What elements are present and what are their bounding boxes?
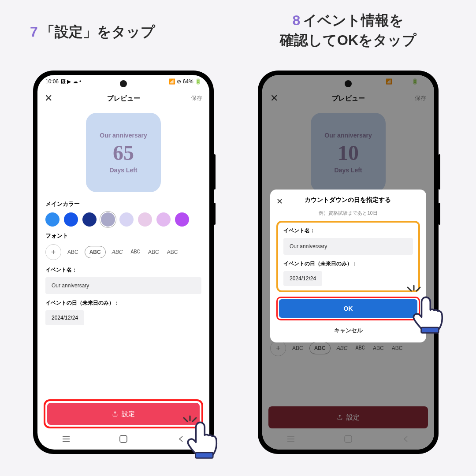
color-swatch[interactable] — [156, 212, 171, 227]
main-color-label: メインカラー — [45, 200, 201, 208]
font-option-selected[interactable]: ABC — [85, 246, 106, 258]
svg-rect-11 — [345, 435, 352, 443]
tap-hand-icon — [408, 291, 447, 335]
widget-days-left: Days Left — [109, 167, 137, 174]
widget-title: Our anniversary — [324, 132, 372, 139]
color-swatch[interactable] — [82, 212, 97, 227]
step-7-text: 「設定」をタップ — [41, 24, 155, 40]
dialog-fields-highlight: イベント名： Our anniversary イベントの日（未来日のみ）： 20… — [276, 221, 420, 292]
status-icons-left: 🖼 ▶ ☁ • — [60, 78, 81, 85]
export-icon — [337, 414, 343, 420]
nav-back-icon[interactable] — [401, 435, 410, 443]
power-button — [214, 203, 216, 225]
status-bar: 10:06 🖼 ▶ ☁ • 📶 ⊘ 64% 🔋 — [37, 75, 209, 88]
event-date-field[interactable]: 2024/12/24 — [45, 310, 84, 325]
save-button[interactable]: 保存 — [415, 94, 426, 102]
font-options-dim: + ABC ABC ABC ABC ABC ABC — [270, 340, 426, 356]
font-option-selected[interactable]: ABC — [309, 342, 331, 354]
settings-button-dim-wrap: 設定 — [268, 406, 428, 428]
step-7-number: 7 — [30, 24, 38, 40]
dialog-close-icon[interactable]: ✕ — [276, 197, 283, 206]
close-icon[interactable]: ✕ — [45, 93, 52, 104]
event-date-label: イベントの日（未来日のみ）： — [45, 299, 201, 307]
page-title: プレビュー — [107, 94, 140, 103]
font-label: フォント — [45, 232, 201, 240]
cancel-button[interactable]: キャンセル — [276, 327, 420, 335]
event-name-field[interactable]: Our anniversary — [45, 277, 201, 294]
font-option[interactable]: ABC — [335, 342, 350, 354]
tap-hand-icon — [182, 416, 222, 460]
screen-left: 10:06 🖼 ▶ ☁ • 📶 ⊘ 64% 🔋 ✕ プレビュー 保存 Our a… — [37, 75, 209, 450]
status-time: 10:06 — [45, 78, 59, 85]
dialog-event-name-label: イベント名： — [283, 227, 413, 234]
status-time: 9:29 — [278, 78, 288, 85]
widget-title: Our anniversary — [100, 132, 147, 139]
step-7-title: 7「設定」をタップ — [30, 22, 155, 42]
power-button — [439, 203, 440, 225]
widget-preview: Our anniversary 65 Days Left — [86, 113, 161, 192]
color-swatch-selected[interactable] — [101, 212, 115, 227]
countdown-dialog: ✕ カウントダウンの日を指定する 例）資格試験まであと10日 イベント名： Ou… — [270, 190, 426, 342]
svg-rect-15 — [421, 327, 439, 333]
color-swatch[interactable] — [138, 212, 152, 227]
font-option[interactable]: ABC — [353, 342, 367, 354]
settings-button[interactable]: 設定 — [47, 403, 200, 425]
export-icon — [112, 411, 118, 417]
status-bar: 9:29 🖼 ▶ ⊙ • 📶 ⊘ 66% 🔋 — [270, 75, 426, 88]
color-swatch[interactable] — [175, 212, 189, 227]
font-option[interactable]: ABC — [290, 342, 305, 354]
phone-mockup-left: 10:06 🖼 ▶ ☁ • 📶 ⊘ 64% 🔋 ✕ プレビュー 保存 Our a… — [33, 71, 214, 454]
nav-home-icon[interactable] — [119, 435, 128, 443]
color-swatch[interactable] — [64, 212, 78, 227]
nav-bar — [262, 432, 434, 446]
nav-recent-icon[interactable] — [62, 435, 71, 443]
ok-button-highlight: OK — [276, 297, 420, 320]
close-icon[interactable]: ✕ — [270, 93, 278, 104]
save-button[interactable]: 保存 — [191, 94, 202, 102]
font-option[interactable]: ABC — [129, 246, 142, 258]
svg-rect-3 — [120, 435, 127, 443]
dialog-hint: 例）資格試験まであと10日 — [276, 210, 420, 216]
step-8-number: 8 — [293, 12, 301, 28]
add-font-button[interactable]: + — [45, 244, 61, 260]
font-option[interactable]: ABC — [165, 246, 180, 258]
phone-mockup-right: 9:29 🖼 ▶ ⊙ • 📶 ⊘ 66% 🔋 ✕ プレビュー 保存 Our an… — [258, 71, 439, 454]
nav-recent-icon[interactable] — [286, 435, 295, 443]
app-header: ✕ プレビュー 保存 — [270, 88, 426, 108]
volume-button — [214, 154, 216, 190]
font-option[interactable]: ABC — [66, 246, 80, 258]
step-8-text: イベント情報を確認してOKをタップ — [280, 12, 416, 48]
status-icons-right: 📶 ⊘ 64% 🔋 — [169, 78, 201, 85]
widget-preview: Our anniversary 10 Days Left — [311, 113, 386, 192]
font-option[interactable]: ABC — [146, 246, 161, 258]
screen-right: 9:29 🖼 ▶ ⊙ • 📶 ⊘ 66% 🔋 ✕ プレビュー 保存 Our an… — [262, 75, 434, 450]
step-8-title: 8イベント情報を確認してOKをタップ — [238, 11, 458, 50]
event-name-label: イベント名： — [45, 266, 201, 274]
nav-home-icon[interactable] — [344, 435, 353, 443]
svg-rect-7 — [196, 453, 213, 458]
page-title: プレビュー — [332, 94, 365, 103]
content-area: Our anniversary 65 Days Left メインカラー フォント… — [37, 113, 209, 325]
status-icons-right: 📶 ⊘ 66% 🔋 — [386, 78, 418, 85]
font-options: + ABC ABC ABC ABC ABC ABC — [45, 244, 201, 260]
color-swatch[interactable] — [119, 212, 134, 227]
widget-number: 10 — [338, 141, 359, 165]
font-option[interactable]: ABC — [110, 246, 125, 258]
widget-number: 65 — [113, 141, 134, 165]
font-option[interactable]: ABC — [390, 342, 405, 354]
dialog-event-date-label: イベントの日（未来日のみ）： — [283, 260, 413, 268]
svg-line-13 — [416, 287, 420, 291]
dialog-event-name-field[interactable]: Our anniversary — [283, 238, 413, 255]
ok-button[interactable]: OK — [279, 299, 417, 318]
settings-button-label: 設定 — [346, 413, 360, 422]
add-font-button[interactable]: + — [270, 340, 286, 356]
volume-button — [439, 154, 440, 190]
dialog-event-date-field[interactable]: 2024/12/24 — [283, 271, 322, 286]
font-option[interactable]: ABC — [371, 342, 386, 354]
color-swatch[interactable] — [45, 212, 60, 227]
settings-button-highlight: 設定 — [44, 399, 203, 428]
settings-button-label: 設定 — [122, 410, 135, 418]
status-icons-left: 🖼 ▶ ⊙ • — [290, 78, 310, 85]
settings-button[interactable]: 設定 — [268, 406, 428, 428]
color-swatches — [45, 212, 201, 227]
